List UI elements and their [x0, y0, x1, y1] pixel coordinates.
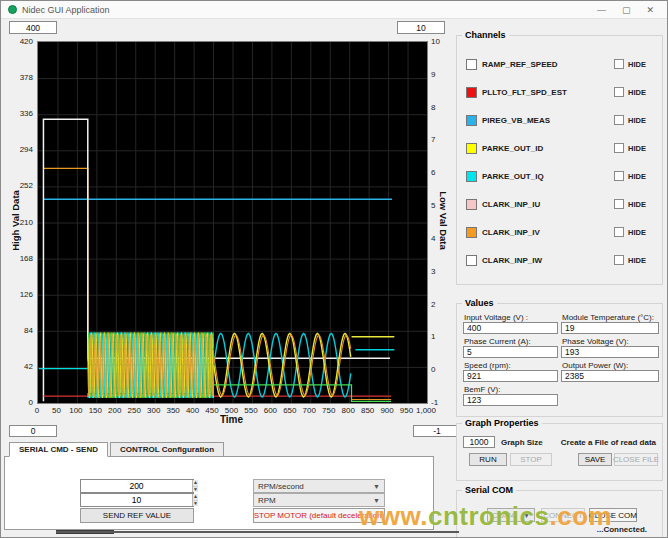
channel-color-swatch [466, 199, 477, 210]
input-voltage-field[interactable] [463, 322, 558, 334]
bemf-field[interactable] [463, 394, 558, 406]
hide-label: HIDE [628, 116, 646, 125]
output-power-field[interactable] [561, 370, 659, 382]
phase-voltage-label: Phase Voltage (V): [562, 337, 629, 346]
input-voltage-label: Input Voltage (V) : [464, 313, 528, 322]
send-ref-value-button[interactable]: SEND REF VALUE [80, 508, 194, 523]
tab-control-configuration[interactable]: CONTROL Configuration [110, 442, 224, 457]
graph-size-input[interactable] [463, 436, 495, 448]
minimize-icon[interactable]: — [597, 5, 606, 15]
maximize-icon[interactable]: ▢ [622, 5, 631, 15]
hide-checkbox[interactable] [614, 115, 624, 125]
axis-tick-label: 2 [431, 300, 449, 309]
module-temperature-label: Module Temperature (°C): [562, 313, 654, 322]
stop-motor-button[interactable]: STOP MOTOR (default deceleration) [253, 508, 385, 523]
unit-rpm-dropdown[interactable]: RPM▼ [253, 493, 385, 507]
output-power-label: Output Power (W): [562, 361, 628, 370]
unit-rpm-second-dropdown[interactable]: RPM/second▼ [253, 479, 385, 493]
run-button[interactable]: RUN [469, 453, 507, 466]
axis-tick-label: 9 [431, 70, 449, 79]
hide-checkbox[interactable] [614, 143, 624, 153]
axis-tick-label: 420 [1, 37, 33, 46]
unit-rpm-second-value: RPM/second [258, 482, 304, 491]
channel-label: PLLTO_FLT_SPD_EST [482, 88, 567, 97]
save-button[interactable]: SAVE [578, 453, 612, 466]
horizontal-scrollbar[interactable] [56, 531, 459, 533]
hide-checkbox[interactable] [614, 227, 624, 237]
axis-tick-label: 42 [1, 362, 33, 371]
channel-color-swatch [466, 59, 477, 70]
serial-com-title: Serial COM [462, 485, 516, 495]
y-right-min-input[interactable] [413, 425, 461, 437]
speed-label: Speed (rpm): [464, 361, 511, 370]
chevron-down-icon: ▼ [523, 512, 530, 519]
unit-rpm-value: RPM [258, 496, 276, 505]
hide-checkbox[interactable] [614, 59, 624, 69]
com-port-value: COM4 [492, 511, 515, 520]
hide-checkbox[interactable] [614, 87, 624, 97]
com-port-dropdown[interactable]: COM4▼ [487, 508, 535, 522]
hide-label: HIDE [628, 60, 646, 69]
x-axis-label: Time [37, 414, 426, 425]
stop-button[interactable]: STOP [510, 453, 552, 466]
close-icon[interactable]: ✕ [646, 5, 654, 15]
hide-label: HIDE [628, 144, 646, 153]
close-file-button[interactable]: CLOSE FILE [614, 453, 658, 466]
y-right-max-input[interactable] [397, 21, 445, 34]
step-value-stepper[interactable]: ▲▼ [80, 493, 194, 507]
phase-voltage-field[interactable] [561, 346, 659, 358]
hide-checkbox[interactable] [614, 199, 624, 209]
connection-status: ...Connected. [597, 525, 647, 534]
axis-tick-label: 8 [431, 103, 449, 112]
graph-properties-title: Graph Properties [462, 418, 542, 428]
step-value-input[interactable] [81, 494, 192, 506]
spin-down-icon[interactable]: ▼ [193, 487, 198, 493]
window-title: Nidec GUI Application [22, 5, 592, 15]
phase-current-label: Phase Current (A): [464, 337, 531, 346]
title-bar: Nidec GUI Application — ▢ ✕ [1, 1, 667, 19]
app-window: Nidec GUI Application — ▢ ✕ 420378336294… [0, 0, 668, 538]
channel-color-swatch [466, 143, 477, 154]
hide-label: HIDE [628, 228, 646, 237]
hide-checkbox[interactable] [614, 255, 624, 265]
axis-tick-label: 84 [1, 326, 33, 335]
values-group: Values Input Voltage (V) : Module Temper… [456, 303, 663, 417]
bemf-label: BemF (V): [464, 385, 500, 394]
channel-label: CLARK_INP_IU [482, 200, 540, 209]
connect-button[interactable]: CONNECT [541, 508, 585, 522]
spin-down-icon[interactable]: ▼ [193, 501, 198, 507]
axis-tick-label: 10 [431, 37, 449, 46]
channel-label: CLARK_INP_IV [482, 228, 540, 237]
axis-tick-label: 126 [1, 290, 33, 299]
ref-value-stepper[interactable]: ▲▼ [80, 479, 194, 493]
module-temperature-field[interactable] [561, 322, 659, 334]
hide-label: HIDE [628, 172, 646, 181]
speed-field[interactable] [463, 370, 558, 382]
channels-group: Channels RAMP_REF_SPEED HIDE PLLTO_FLT_S… [456, 35, 663, 285]
channel-color-swatch [466, 227, 477, 238]
y-axis-left-label: High Val Data [10, 171, 21, 271]
y-left-max-input[interactable] [9, 21, 57, 34]
channel-color-swatch [466, 87, 477, 98]
channel-label: PIREG_VB_MEAS [482, 116, 550, 125]
axis-tick-label: 7 [431, 135, 449, 144]
chevron-down-icon: ▼ [373, 497, 380, 504]
hide-checkbox[interactable] [614, 171, 624, 181]
graph-size-label: Graph Size [501, 438, 543, 447]
phase-current-field[interactable] [463, 346, 558, 358]
serial-cmd-panel: ▲▼ ▲▼ SEND REF VALUE RPM/second▼ RPM▼ ST… [4, 456, 434, 530]
axis-tick-label: 1 [431, 332, 449, 341]
channel-color-swatch [466, 115, 477, 126]
channel-label: RAMP_REF_SPEED [482, 60, 558, 69]
ref-value-input[interactable] [81, 480, 192, 492]
axis-tick-label: 336 [1, 109, 33, 118]
hide-label: HIDE [628, 256, 646, 265]
tab-serial-cmd-send[interactable]: SERIAL CMD - SEND [9, 442, 108, 457]
waveform-plot [37, 41, 428, 404]
channel-label: PARKE_OUT_IQ [482, 172, 544, 181]
axis-tick-label: 0 [431, 365, 449, 374]
y-left-min-input[interactable] [9, 425, 57, 437]
close-com-button[interactable]: CLOSE COM [589, 508, 637, 522]
axis-tick-label: 294 [1, 145, 33, 154]
channel-label: CLARK_INP_IW [482, 256, 542, 265]
